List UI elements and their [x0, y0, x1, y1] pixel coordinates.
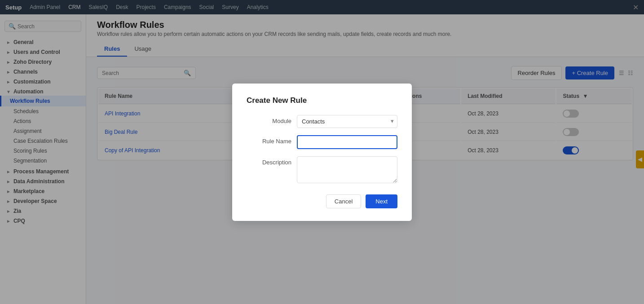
create-rule-modal: Create New Rule Module Contacts Deals Le… — [232, 84, 412, 221]
rule-name-label: Rule Name — [247, 135, 291, 145]
rule-name-row: Rule Name — [247, 135, 397, 149]
cancel-button[interactable]: Cancel — [326, 194, 361, 208]
rule-name-input[interactable] — [297, 135, 397, 149]
modal-title: Create New Rule — [247, 96, 397, 105]
module-field: Contacts Deals Leads Accounts — [297, 115, 397, 128]
module-select-wrapper: Contacts Deals Leads Accounts — [297, 115, 397, 128]
modal-actions: Cancel Next — [247, 194, 397, 208]
modal-overlay: Create New Rule Module Contacts Deals Le… — [0, 0, 644, 304]
next-button[interactable]: Next — [366, 194, 397, 208]
module-row: Module Contacts Deals Leads Accounts — [247, 115, 397, 128]
module-select[interactable]: Contacts Deals Leads Accounts — [297, 115, 397, 128]
description-field — [297, 156, 397, 185]
module-label: Module — [247, 115, 291, 124]
description-label: Description — [247, 156, 291, 166]
description-textarea[interactable] — [297, 156, 397, 183]
rule-name-field — [297, 135, 397, 149]
description-row: Description — [247, 156, 397, 185]
